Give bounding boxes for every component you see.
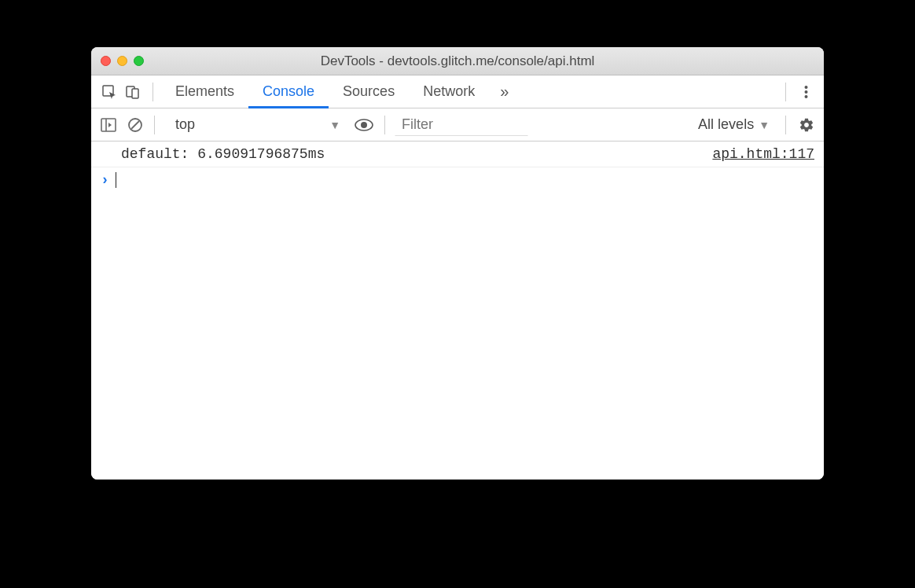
log-message: default: 6.69091796875ms [121,146,325,162]
execution-context-select[interactable]: top ▼ [167,113,348,137]
text-cursor [116,172,117,188]
titlebar[interactable]: DevTools - devtools.glitch.me/console/ap… [91,47,824,75]
tab-console[interactable]: Console [248,75,329,108]
live-expression-icon[interactable] [353,114,375,136]
separator [384,116,385,134]
panel-tabs: Elements Console Sources Network [161,75,489,108]
console-body: default: 6.69091796875ms api.html:117 › [91,141,824,480]
filter-input[interactable] [395,113,528,136]
log-source-link[interactable]: api.html:117 [712,146,814,162]
separator [785,116,786,134]
chevron-down-icon: ▼ [329,119,340,131]
svg-point-3 [804,86,807,89]
close-button[interactable] [101,56,111,66]
main-toolbar: Elements Console Sources Network » [91,75,824,108]
levels-label: All levels [698,116,754,133]
traffic-lights [101,56,144,66]
clear-console-icon[interactable] [124,114,146,136]
tab-sources[interactable]: Sources [329,75,409,108]
context-label: top [175,116,195,133]
settings-menu-icon[interactable] [794,84,818,100]
maximize-button[interactable] [134,56,144,66]
svg-line-9 [131,121,139,129]
inspect-element-icon[interactable] [97,80,121,104]
svg-point-4 [804,90,807,94]
separator [154,116,155,134]
svg-rect-2 [132,89,138,98]
device-toggle-icon[interactable] [121,80,145,104]
console-sidebar-toggle-icon[interactable] [97,114,119,136]
console-log-entry: default: 6.69091796875ms api.html:117 [91,141,824,167]
more-tabs-icon[interactable]: » [489,83,520,101]
chevron-down-icon: ▼ [759,119,770,131]
console-prompt[interactable]: › [91,167,824,193]
tab-elements[interactable]: Elements [161,75,248,108]
prompt-caret-icon: › [101,172,109,188]
separator [152,83,153,101]
separator [785,83,786,101]
tab-network[interactable]: Network [409,75,489,108]
minimize-button[interactable] [117,56,127,66]
devtools-window: DevTools - devtools.glitch.me/console/ap… [91,47,824,480]
window-title: DevTools - devtools.glitch.me/console/ap… [101,53,814,69]
console-filterbar: top ▼ All levels ▼ [91,108,824,141]
svg-point-11 [361,122,367,128]
log-levels-select[interactable]: All levels ▼ [692,116,776,133]
svg-point-5 [804,95,807,98]
console-settings-icon[interactable] [796,114,818,136]
